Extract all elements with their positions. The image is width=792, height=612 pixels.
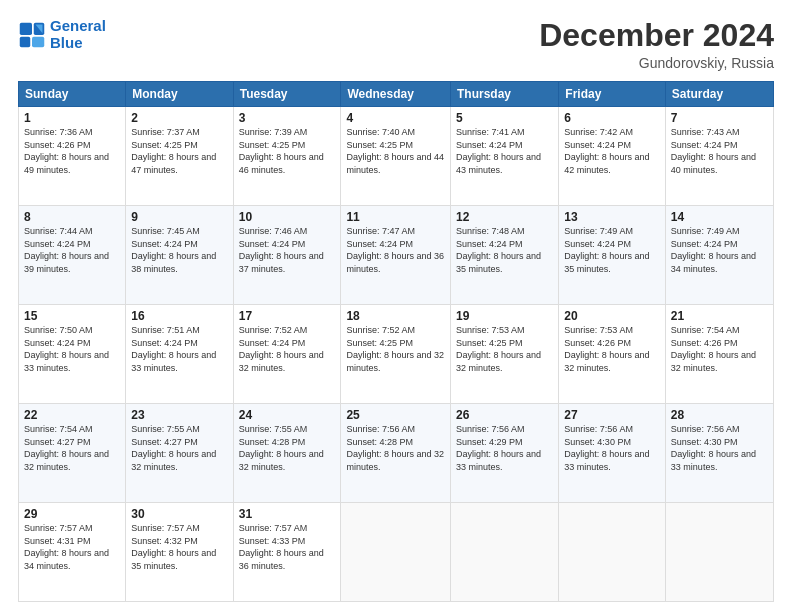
calendar-cell: 15Sunrise: 7:50 AMSunset: 4:24 PMDayligh… [19, 305, 126, 404]
calendar-table: SundayMondayTuesdayWednesdayThursdayFrid… [18, 81, 774, 602]
calendar-cell: 10Sunrise: 7:46 AMSunset: 4:24 PMDayligh… [233, 206, 341, 305]
day-info: Sunrise: 7:49 AMSunset: 4:24 PMDaylight:… [671, 226, 756, 274]
header-monday: Monday [126, 82, 233, 107]
calendar-cell: 23Sunrise: 7:55 AMSunset: 4:27 PMDayligh… [126, 404, 233, 503]
calendar-cell: 22Sunrise: 7:54 AMSunset: 4:27 PMDayligh… [19, 404, 126, 503]
day-number: 21 [671, 309, 768, 323]
day-info: Sunrise: 7:45 AMSunset: 4:24 PMDaylight:… [131, 226, 216, 274]
day-number: 27 [564, 408, 660, 422]
day-info: Sunrise: 7:41 AMSunset: 4:24 PMDaylight:… [456, 127, 541, 175]
calendar-cell: 11Sunrise: 7:47 AMSunset: 4:24 PMDayligh… [341, 206, 451, 305]
day-info: Sunrise: 7:55 AMSunset: 4:27 PMDaylight:… [131, 424, 216, 472]
calendar-header-row: SundayMondayTuesdayWednesdayThursdayFrid… [19, 82, 774, 107]
day-info: Sunrise: 7:52 AMSunset: 4:24 PMDaylight:… [239, 325, 324, 373]
calendar-cell: 30Sunrise: 7:57 AMSunset: 4:32 PMDayligh… [126, 503, 233, 602]
calendar-week-3: 15Sunrise: 7:50 AMSunset: 4:24 PMDayligh… [19, 305, 774, 404]
calendar-page: General Blue December 2024 Gundorovskiy,… [0, 0, 792, 612]
calendar-cell: 9Sunrise: 7:45 AMSunset: 4:24 PMDaylight… [126, 206, 233, 305]
day-info: Sunrise: 7:54 AMSunset: 4:26 PMDaylight:… [671, 325, 756, 373]
calendar-week-4: 22Sunrise: 7:54 AMSunset: 4:27 PMDayligh… [19, 404, 774, 503]
calendar-body: 1Sunrise: 7:36 AMSunset: 4:26 PMDaylight… [19, 107, 774, 602]
calendar-cell: 8Sunrise: 7:44 AMSunset: 4:24 PMDaylight… [19, 206, 126, 305]
day-info: Sunrise: 7:56 AMSunset: 4:28 PMDaylight:… [346, 424, 444, 472]
day-info: Sunrise: 7:53 AMSunset: 4:26 PMDaylight:… [564, 325, 649, 373]
header-sunday: Sunday [19, 82, 126, 107]
header-wednesday: Wednesday [341, 82, 451, 107]
day-number: 16 [131, 309, 227, 323]
calendar-cell: 26Sunrise: 7:56 AMSunset: 4:29 PMDayligh… [451, 404, 559, 503]
calendar-cell: 20Sunrise: 7:53 AMSunset: 4:26 PMDayligh… [559, 305, 666, 404]
day-number: 31 [239, 507, 336, 521]
calendar-title: December 2024 [539, 18, 774, 53]
day-info: Sunrise: 7:55 AMSunset: 4:28 PMDaylight:… [239, 424, 324, 472]
calendar-cell: 14Sunrise: 7:49 AMSunset: 4:24 PMDayligh… [665, 206, 773, 305]
day-info: Sunrise: 7:56 AMSunset: 4:29 PMDaylight:… [456, 424, 541, 472]
header-tuesday: Tuesday [233, 82, 341, 107]
day-number: 4 [346, 111, 445, 125]
day-number: 29 [24, 507, 120, 521]
day-info: Sunrise: 7:46 AMSunset: 4:24 PMDaylight:… [239, 226, 324, 274]
day-number: 9 [131, 210, 227, 224]
calendar-cell: 17Sunrise: 7:52 AMSunset: 4:24 PMDayligh… [233, 305, 341, 404]
day-number: 14 [671, 210, 768, 224]
day-info: Sunrise: 7:52 AMSunset: 4:25 PMDaylight:… [346, 325, 444, 373]
logo-line2: Blue [50, 34, 83, 51]
day-info: Sunrise: 7:40 AMSunset: 4:25 PMDaylight:… [346, 127, 444, 175]
calendar-cell: 16Sunrise: 7:51 AMSunset: 4:24 PMDayligh… [126, 305, 233, 404]
day-info: Sunrise: 7:37 AMSunset: 4:25 PMDaylight:… [131, 127, 216, 175]
day-number: 8 [24, 210, 120, 224]
calendar-cell: 2Sunrise: 7:37 AMSunset: 4:25 PMDaylight… [126, 107, 233, 206]
calendar-cell [665, 503, 773, 602]
day-number: 5 [456, 111, 553, 125]
day-number: 26 [456, 408, 553, 422]
day-number: 20 [564, 309, 660, 323]
calendar-cell: 19Sunrise: 7:53 AMSunset: 4:25 PMDayligh… [451, 305, 559, 404]
calendar-cell: 31Sunrise: 7:57 AMSunset: 4:33 PMDayligh… [233, 503, 341, 602]
day-number: 12 [456, 210, 553, 224]
day-number: 17 [239, 309, 336, 323]
day-info: Sunrise: 7:57 AMSunset: 4:32 PMDaylight:… [131, 523, 216, 571]
calendar-cell [451, 503, 559, 602]
calendar-cell [341, 503, 451, 602]
calendar-cell: 7Sunrise: 7:43 AMSunset: 4:24 PMDaylight… [665, 107, 773, 206]
calendar-cell: 5Sunrise: 7:41 AMSunset: 4:24 PMDaylight… [451, 107, 559, 206]
day-number: 19 [456, 309, 553, 323]
calendar-cell: 3Sunrise: 7:39 AMSunset: 4:25 PMDaylight… [233, 107, 341, 206]
day-info: Sunrise: 7:57 AMSunset: 4:33 PMDaylight:… [239, 523, 324, 571]
day-number: 18 [346, 309, 445, 323]
day-info: Sunrise: 7:47 AMSunset: 4:24 PMDaylight:… [346, 226, 444, 274]
day-number: 7 [671, 111, 768, 125]
day-info: Sunrise: 7:36 AMSunset: 4:26 PMDaylight:… [24, 127, 109, 175]
day-number: 25 [346, 408, 445, 422]
day-info: Sunrise: 7:56 AMSunset: 4:30 PMDaylight:… [564, 424, 649, 472]
logo-icon [18, 21, 46, 49]
calendar-cell: 12Sunrise: 7:48 AMSunset: 4:24 PMDayligh… [451, 206, 559, 305]
calendar-cell: 18Sunrise: 7:52 AMSunset: 4:25 PMDayligh… [341, 305, 451, 404]
day-info: Sunrise: 7:44 AMSunset: 4:24 PMDaylight:… [24, 226, 109, 274]
day-info: Sunrise: 7:54 AMSunset: 4:27 PMDaylight:… [24, 424, 109, 472]
day-number: 13 [564, 210, 660, 224]
day-number: 23 [131, 408, 227, 422]
svg-rect-2 [20, 36, 31, 47]
day-info: Sunrise: 7:56 AMSunset: 4:30 PMDaylight:… [671, 424, 756, 472]
day-info: Sunrise: 7:39 AMSunset: 4:25 PMDaylight:… [239, 127, 324, 175]
calendar-cell [559, 503, 666, 602]
day-info: Sunrise: 7:50 AMSunset: 4:24 PMDaylight:… [24, 325, 109, 373]
day-info: Sunrise: 7:43 AMSunset: 4:24 PMDaylight:… [671, 127, 756, 175]
calendar-cell: 4Sunrise: 7:40 AMSunset: 4:25 PMDaylight… [341, 107, 451, 206]
day-number: 24 [239, 408, 336, 422]
calendar-week-5: 29Sunrise: 7:57 AMSunset: 4:31 PMDayligh… [19, 503, 774, 602]
calendar-cell: 13Sunrise: 7:49 AMSunset: 4:24 PMDayligh… [559, 206, 666, 305]
calendar-week-2: 8Sunrise: 7:44 AMSunset: 4:24 PMDaylight… [19, 206, 774, 305]
header-saturday: Saturday [665, 82, 773, 107]
svg-rect-0 [20, 22, 32, 34]
logo-line1: General [50, 17, 106, 34]
calendar-subtitle: Gundorovskiy, Russia [539, 55, 774, 71]
calendar-cell: 1Sunrise: 7:36 AMSunset: 4:26 PMDaylight… [19, 107, 126, 206]
day-number: 15 [24, 309, 120, 323]
calendar-cell: 28Sunrise: 7:56 AMSunset: 4:30 PMDayligh… [665, 404, 773, 503]
day-number: 6 [564, 111, 660, 125]
day-number: 30 [131, 507, 227, 521]
day-info: Sunrise: 7:48 AMSunset: 4:24 PMDaylight:… [456, 226, 541, 274]
day-number: 11 [346, 210, 445, 224]
